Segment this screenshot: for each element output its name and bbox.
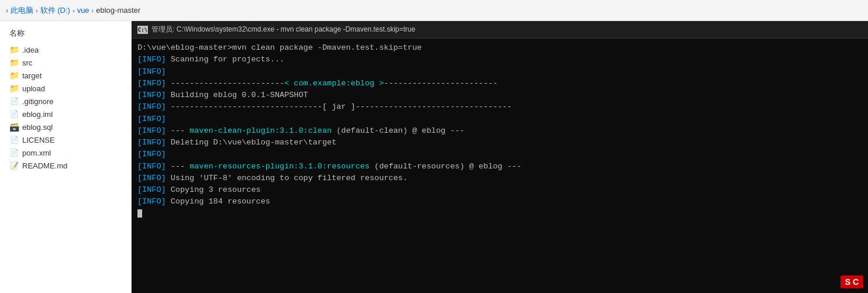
- file-icon-license: 📄: [9, 135, 19, 144]
- file-label-target: target: [22, 71, 42, 80]
- file-label-gitignore: .gitignore: [22, 97, 53, 106]
- terminal-cursor: [137, 209, 142, 218]
- file-icon-pom: 📄: [9, 148, 19, 157]
- term-line-4: [INFO] ------------------------< com.exa…: [137, 78, 862, 89]
- terminal-titlebar: C:\ 管理员: C:\Windows\system32\cmd.exe - m…: [132, 21, 868, 39]
- breadcrumb-sep-3: ›: [92, 7, 94, 14]
- term-line-12: [INFO] Using 'UTF-8' encoding to copy fi…: [137, 173, 862, 184]
- file-explorer-header: 名称: [0, 26, 131, 43]
- file-icon-gitignore: 📄: [9, 96, 19, 106]
- term-line-3: [INFO]: [137, 66, 862, 78]
- file-label-readme: README.md: [22, 161, 67, 170]
- file-item-sql[interactable]: 🗃️ eblog.sql: [0, 120, 131, 133]
- term-line-5: [INFO] Building eblog 0.0.1-SNAPSHOT: [137, 89, 862, 101]
- folder-icon-idea: 📁: [9, 45, 19, 54]
- file-item-upload[interactable]: 📁 upload: [0, 82, 131, 95]
- term-line-2: [INFO] Scanning for projects...: [137, 54, 862, 66]
- cmd-icon: C:\: [137, 26, 148, 34]
- file-item-src[interactable]: 📁 src: [0, 56, 131, 69]
- breadcrumb-current: eblog-master: [96, 6, 140, 15]
- watermark: S C: [841, 275, 863, 288]
- file-item-gitignore[interactable]: 📄 .gitignore: [0, 95, 131, 108]
- term-line-1: D:\vue\eblog-master>mvn clean package -D…: [137, 42, 862, 54]
- term-line-7: [INFO]: [137, 113, 862, 125]
- file-icon-iml: 📄: [9, 109, 19, 119]
- file-explorer: 名称 📁 .idea 📁 src 📁 target 📁 upload 📄 .gi…: [0, 21, 132, 293]
- term-line-11: [INFO] --- maven-resources-plugin:3.1.0:…: [137, 161, 862, 173]
- file-item-license[interactable]: 📄 LICENSE: [0, 133, 131, 146]
- breadcrumb-sep-1: ›: [36, 7, 38, 14]
- file-label-idea: .idea: [22, 46, 39, 54]
- breadcrumb-sep-2: ›: [73, 7, 75, 14]
- file-icon-sql: 🗃️: [9, 122, 19, 132]
- file-label-license: LICENSE: [22, 136, 55, 144]
- folder-icon-target: 📁: [9, 71, 19, 80]
- file-item-iml[interactable]: 📄 eblog.iml: [0, 108, 131, 120]
- term-cursor-line: [137, 208, 862, 220]
- terminal-title: 管理员: C:\Windows\system32\cmd.exe - mvn c…: [151, 25, 415, 35]
- breadcrumb-arrow: ›: [6, 6, 8, 15]
- folder-icon-src: 📁: [9, 58, 19, 67]
- breadcrumb-item-vue[interactable]: vue: [77, 6, 89, 15]
- main-area: 名称 📁 .idea 📁 src 📁 target 📁 upload 📄 .gi…: [0, 21, 868, 293]
- watermark-text: S C: [845, 277, 859, 287]
- breadcrumb: › 此电脑 › 软件 (D:) › vue › eblog-master: [0, 0, 868, 21]
- breadcrumb-item-drive[interactable]: 软件 (D:): [40, 5, 70, 16]
- term-line-10: [INFO]: [137, 149, 862, 160]
- file-item-target[interactable]: 📁 target: [0, 69, 131, 82]
- file-label-upload: upload: [22, 84, 45, 93]
- file-icon-readme: 📝: [9, 161, 19, 170]
- file-label-iml: eblog.iml: [22, 110, 53, 119]
- file-item-idea[interactable]: 📁 .idea: [0, 43, 131, 56]
- term-line-13: [INFO] Copying 3 resources: [137, 184, 862, 196]
- term-line-6: [INFO] --------------------------------[…: [137, 101, 862, 113]
- term-line-8: [INFO] --- maven-clean-plugin:3.1.0:clea…: [137, 125, 862, 137]
- terminal-window: C:\ 管理员: C:\Windows\system32\cmd.exe - m…: [132, 21, 868, 293]
- file-label-src: src: [22, 58, 32, 67]
- folder-icon-upload: 📁: [9, 84, 19, 93]
- file-label-pom: pom.xml: [22, 149, 51, 157]
- breadcrumb-item-pc[interactable]: 此电脑: [11, 5, 33, 16]
- term-line-9: [INFO] Deleting D:\vue\eblog-master\targ…: [137, 137, 862, 149]
- file-label-sql: eblog.sql: [22, 123, 53, 132]
- file-item-readme[interactable]: 📝 README.md: [0, 159, 131, 172]
- terminal-body[interactable]: D:\vue\eblog-master>mvn clean package -D…: [132, 39, 868, 293]
- term-line-14: [INFO] Copying 184 resources: [137, 196, 862, 208]
- file-item-pom[interactable]: 📄 pom.xml: [0, 146, 131, 159]
